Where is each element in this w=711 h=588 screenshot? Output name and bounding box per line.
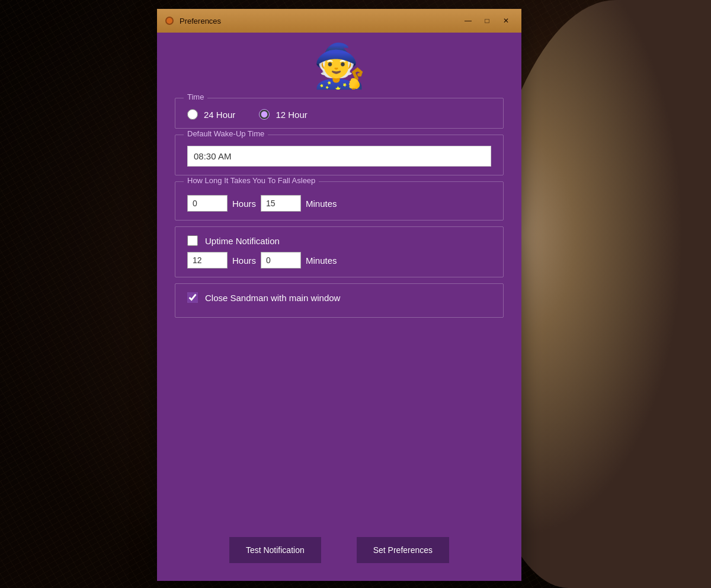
- time-radio-group: 24 Hour 12 Hour: [187, 109, 491, 120]
- fall-asleep-minutes-label: Minutes: [306, 199, 337, 209]
- set-preferences-button[interactable]: Set Preferences: [357, 537, 449, 563]
- wakeup-time-input[interactable]: [187, 146, 491, 167]
- preferences-window: Preferences — □ ✕ 🧙 Time 24 Hour 12 Hour: [157, 9, 521, 581]
- uptime-hours-label: Hours: [232, 255, 256, 266]
- fall-asleep-minutes-input[interactable]: [261, 195, 301, 212]
- fall-asleep-label: How Long It Takes You To Fall Asleep: [184, 176, 319, 185]
- titlebar: Preferences — □ ✕: [157, 9, 521, 33]
- close-checkbox-row: Close Sandman with main window: [187, 292, 491, 303]
- uptime-hours-input[interactable]: [187, 252, 228, 269]
- uptime-minutes-input[interactable]: [261, 252, 301, 269]
- close-button[interactable]: ✕: [498, 14, 514, 27]
- wakeup-section: Default Wake-Up Time: [175, 135, 504, 175]
- window-controls: — □ ✕: [460, 14, 514, 27]
- maximize-button[interactable]: □: [479, 14, 495, 27]
- buttons-area: Test Notification Set Preferences: [175, 519, 504, 563]
- close-section: Close Sandman with main window: [175, 283, 504, 318]
- app-icon: [164, 15, 175, 26]
- wizard-area: 🧙: [175, 44, 504, 87]
- fall-asleep-row: Hours Minutes: [187, 195, 491, 212]
- fall-asleep-hours-input[interactable]: [187, 195, 228, 212]
- uptime-section: Uptime Notification Hours Minutes: [175, 226, 504, 277]
- uptime-checkbox[interactable]: [187, 235, 198, 246]
- wizard-icon: 🧙: [313, 44, 366, 87]
- time-section-label: Time: [184, 92, 207, 101]
- uptime-minutes-label: Minutes: [306, 255, 337, 266]
- wakeup-section-label: Default Wake-Up Time: [184, 129, 268, 138]
- test-notification-button[interactable]: Test Notification: [229, 537, 321, 563]
- fall-asleep-hours-label: Hours: [232, 199, 256, 209]
- radio-12hour[interactable]: 12 Hour: [259, 109, 307, 120]
- uptime-checkbox-row: Uptime Notification: [187, 235, 491, 246]
- radio-12hour-label: 12 Hour: [276, 110, 307, 120]
- uptime-row: Hours Minutes: [187, 252, 491, 269]
- uptime-checkbox-label: Uptime Notification: [205, 236, 280, 246]
- window-title: Preferences: [180, 17, 455, 25]
- time-section: Time 24 Hour 12 Hour: [175, 98, 504, 129]
- fall-asleep-section: How Long It Takes You To Fall Asleep Hou…: [175, 181, 504, 220]
- radio-24hour-input[interactable]: [187, 109, 198, 120]
- svg-point-1: [166, 18, 172, 24]
- radio-24hour-label: 24 Hour: [204, 110, 235, 120]
- minimize-button[interactable]: —: [460, 14, 476, 27]
- close-sandman-checkbox[interactable]: [187, 292, 198, 303]
- radio-24hour[interactable]: 24 Hour: [187, 109, 235, 120]
- radio-12hour-input[interactable]: [259, 109, 270, 120]
- close-sandman-label: Close Sandman with main window: [205, 293, 340, 303]
- window-body: 🧙 Time 24 Hour 12 Hour Default Wake-Up T…: [157, 33, 521, 581]
